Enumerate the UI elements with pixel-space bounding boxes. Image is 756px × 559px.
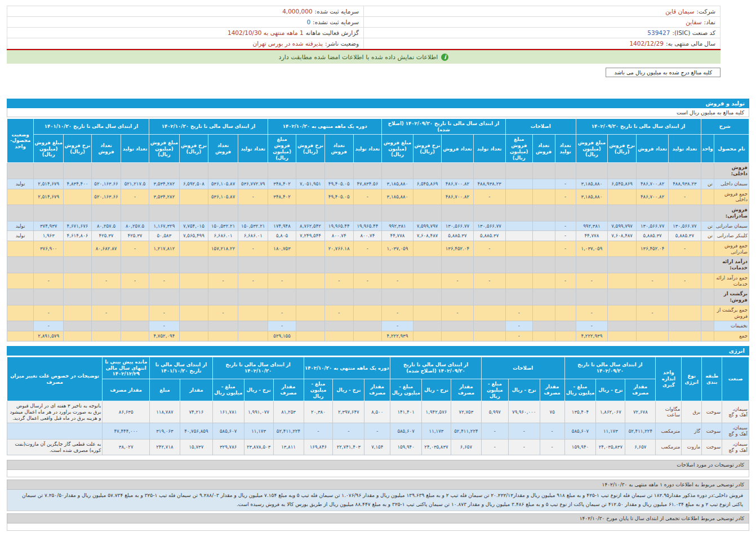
table-row: سیمان، آهک و گچسوختمازوتمترمکعب۶,۶۵۷۲۴,۰… [7, 439, 749, 455]
column-header: تعداد تولید [121, 135, 149, 163]
column-header: مبلغ فروش (میلیون ریال) [505, 135, 532, 163]
table-cell [669, 163, 701, 179]
table-cell: ۵۳۶,۱۰۵.۸۷ [208, 189, 238, 205]
table-cell: ۳۴۸,۴۰۲ [268, 179, 296, 189]
table-cell [532, 241, 555, 257]
table-cell: - [555, 273, 576, 289]
table-cell [608, 163, 637, 179]
production-sales-table: شرحاز ابتدای سال مالی تا تاریخ ۱۴۰۲/۰۹/۳… [7, 118, 749, 341]
table-cell: ۴,۸۳۴,۴۰۰ [64, 179, 91, 189]
table-cell [382, 289, 413, 305]
table-cell [532, 189, 555, 205]
column-header: مبلغ فروش (میلیون ریال) [34, 135, 64, 163]
table-cell [7, 189, 34, 205]
table-cell: - [555, 179, 576, 189]
table-cell [701, 189, 714, 205]
table-row: سیمان صادراتیتن۱۳۰,۵۶۶.۷۷۱۳۰,۵۶۶.۷۷۷,۵۹۹… [7, 221, 749, 231]
table-cell [64, 205, 91, 221]
column-header: صنعت [722, 357, 749, 401]
info-row: سال مالی منتهی به:1402/12/29 وضعیت ناشر:… [7, 38, 721, 49]
table-cell [413, 257, 442, 273]
table-cell [576, 257, 608, 273]
table-cell: تن [701, 179, 714, 189]
column-header: نوع انرژی [682, 357, 702, 401]
table-cell: ۱,۰۳۷,۰۵۹ [576, 241, 608, 257]
table-cell: ۶,۶۵۷ [451, 439, 481, 455]
table-cell: جمع درآمد ارائه خدمات [714, 273, 749, 289]
table-cell: ۳۴۸,۴۰۲ [268, 189, 296, 205]
column-header: از ابتدای سال مالی تا تاریخ ۱۴۰۲/۰۹/۳۰ (… [382, 119, 506, 135]
symbol-value: سقاین [686, 19, 704, 25]
table-cell: ۴,۲۲۲,۹۳۹ [576, 331, 608, 341]
table-cell [353, 289, 382, 305]
table-cell: - [382, 273, 413, 289]
column-header: نام محصول [714, 135, 749, 163]
table-cell [7, 423, 103, 439]
table-cell [555, 289, 576, 305]
energy-section: انرژی صنعتطبقه بندینوع انرژیواحد اندازه … [7, 346, 749, 456]
company-label: شرکت: [697, 8, 715, 15]
table-cell: ۴۷,۸۳۴.۵۶ [353, 179, 382, 189]
table-cell: ۵۰,۵۸۳ [149, 231, 179, 241]
table-cell [296, 289, 325, 305]
company-field: شرکت:سیمان قاین [364, 6, 721, 17]
table-cell: - [333, 423, 364, 439]
table-cell: ۶,۶۸۶.۰۱ [208, 231, 238, 241]
issuer-status-label: وضعیت ناشر: [325, 40, 359, 47]
table-cell: مازوت [682, 439, 702, 455]
table-cell [64, 321, 91, 331]
table-cell [636, 163, 668, 179]
table-cell: ۷,۷۵۴,۰۱۵ [180, 221, 208, 231]
column-header: طبقه بندی [702, 357, 722, 401]
table-cell: ۳,۱۸۵,۸۸۰ [382, 179, 413, 189]
table-cell: ۷,۶۰۸,۴۸۷ [413, 231, 442, 241]
table-cell: ۲,۸۹۱,۵۷۹ [34, 331, 64, 341]
table-cell: جمع فروش داخلی [714, 189, 749, 205]
table-cell: ۵,۸۸۵.۳۷ [442, 231, 473, 241]
table-cell [701, 331, 714, 341]
table-cell: ۱۳,۸۱۱ [273, 439, 304, 455]
table-cell: - [473, 273, 505, 289]
column-header: تعداد فروش [636, 135, 668, 163]
table-cell [208, 163, 238, 179]
column-header: واحد اندازه گیری [656, 357, 682, 401]
table-cell: ۵,۸۰۵ [268, 231, 296, 241]
table-cell: ۳,۱۸۵,۸۸۰ [382, 189, 413, 205]
table-cell [149, 163, 179, 179]
table-cell: ۵۲۰,۱۶۳.۶۶ [91, 189, 121, 205]
table-cell: ۴۸۶,۷۰۰.۸۲ [442, 189, 473, 205]
report-period-value: 1 ماهه منتهی به 1402/10/30 [228, 29, 306, 36]
table-cell: - [121, 189, 149, 205]
footnote-corrections: کادر توضیحات در مورد اصلاحات [7, 460, 749, 477]
table-cell [324, 163, 353, 179]
footnote-period-body: فروش داخلی:در دوره مذکور مقدار۱۸۲.۹۵ تن … [7, 490, 749, 511]
table-cell [91, 257, 121, 273]
table-cell [473, 321, 505, 331]
table-cell: - [505, 331, 532, 341]
table-row: سیمان، آهک و گچسوختگازمترمکعب۵۲,۴۱۱,۲۲۴۱… [7, 423, 749, 439]
table-cell [701, 305, 714, 321]
table-cell [505, 257, 532, 273]
column-header: تعداد فروش [442, 135, 473, 163]
table-cell: باتوجه به تاخیر ۳ هفته ای در ارسال قبوض … [7, 401, 103, 423]
footnote-corrections-body [7, 470, 749, 477]
table-cell [296, 305, 325, 321]
registered-capital-field: سرمایه ثبت شده:4,000,000 [7, 6, 364, 17]
table-cell: سوخت [702, 401, 722, 423]
table-cell: ۷,۵۹۹,۷۹۷ [413, 221, 442, 231]
info-icon: i [441, 54, 448, 61]
table-cell [353, 257, 382, 273]
registered-capital-value: 4,000,000 [282, 8, 314, 15]
footnotes-section: کادر توضیحات در مورد اصلاحات کادر توضیحی… [7, 460, 749, 531]
table-cell: ۲,۵۱۴,۶۷۹ [34, 179, 64, 189]
table-cell: - [636, 273, 668, 289]
table-cell [473, 257, 505, 273]
table-cell [442, 257, 473, 273]
table-cell [7, 163, 34, 179]
table-cell: ۱۱,۱۷۳ [422, 423, 451, 439]
table-cell: ۷,۵۶۵,۴۹۹ [180, 231, 208, 241]
column-header: تعداد تولید [353, 135, 382, 163]
table-cell [442, 321, 473, 331]
header-row: مقدار مصرفنرخ - ریالمبلغ - میلیون ریالمق… [7, 379, 749, 401]
table-cell [701, 273, 714, 289]
